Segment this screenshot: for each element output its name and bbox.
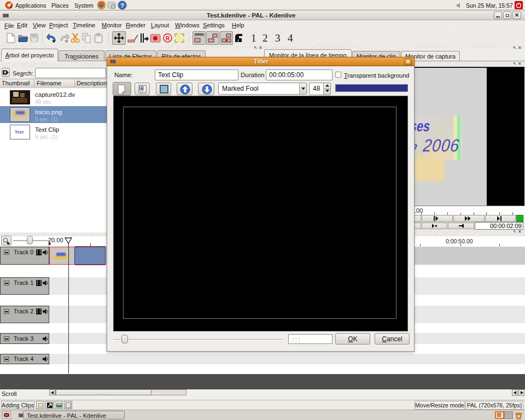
svg-text:?: ? <box>120 2 124 9</box>
svg-text:A: A <box>141 86 143 90</box>
svg-text:R: R <box>166 36 170 42</box>
